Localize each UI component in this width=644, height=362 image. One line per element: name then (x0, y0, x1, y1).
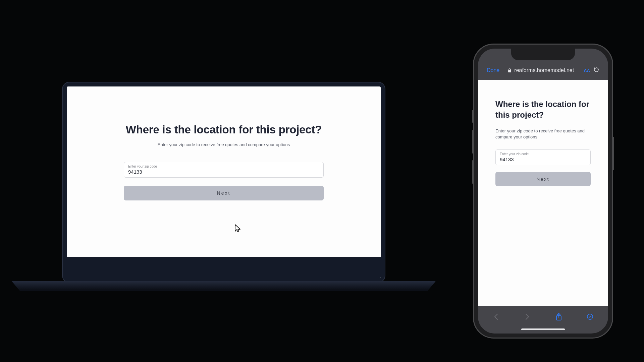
home-indicator[interactable] (521, 328, 565, 330)
phone-device-frame: Done reaforms.homemodel.net AA (473, 44, 613, 339)
done-button[interactable]: Done (487, 67, 499, 73)
cursor-icon (234, 224, 241, 233)
phone-screen: Done reaforms.homemodel.net AA (478, 49, 608, 334)
form-subheading: Enter your zip code to receive free quot… (495, 128, 591, 140)
zip-code-label: Enter your zip code (128, 165, 319, 168)
laptop-lid: Where is the location for this project? … (62, 82, 385, 283)
lock-icon (508, 68, 512, 73)
url-text: reaforms.homemodel.net (514, 67, 574, 73)
zip-code-input[interactable] (500, 157, 586, 162)
zip-code-label: Enter your zip code (500, 152, 586, 156)
zip-code-input[interactable] (128, 169, 319, 175)
share-icon[interactable] (555, 313, 562, 320)
address-bar[interactable]: reaforms.homemodel.net (503, 67, 579, 73)
desktop-form: Where is the location for this project? … (67, 86, 381, 200)
phone-side-button (472, 110, 474, 123)
phone-side-button (472, 130, 474, 154)
laptop-stand (12, 281, 436, 291)
phone-side-button (612, 137, 614, 170)
laptop-screen: Where is the location for this project? … (67, 86, 381, 278)
form-heading: Where is the location for this project? (495, 99, 591, 121)
compass-icon[interactable] (587, 313, 593, 320)
back-icon[interactable] (493, 313, 499, 320)
laptop-device-frame: Where is the location for this project? … (62, 82, 385, 283)
next-button[interactable]: Next (495, 172, 591, 186)
forward-icon[interactable] (524, 313, 531, 320)
zip-code-field[interactable]: Enter your zip code (124, 162, 324, 178)
phone-side-button (472, 160, 474, 184)
reload-icon[interactable] (593, 67, 599, 74)
form-subheading: Enter your zip code to receive free quot… (120, 142, 327, 147)
laptop-bezel (67, 257, 381, 278)
form-heading: Where is the location for this project? (120, 123, 327, 136)
zip-code-field[interactable]: Enter your zip code (495, 149, 591, 165)
mobile-form: Where is the location for this project? … (478, 80, 608, 306)
text-size-button[interactable]: AA (584, 68, 590, 73)
svg-rect-0 (508, 70, 511, 72)
browser-top-bar: Done reaforms.homemodel.net AA (478, 67, 608, 74)
phone-notch (511, 49, 575, 60)
next-button[interactable]: Next (124, 186, 324, 200)
